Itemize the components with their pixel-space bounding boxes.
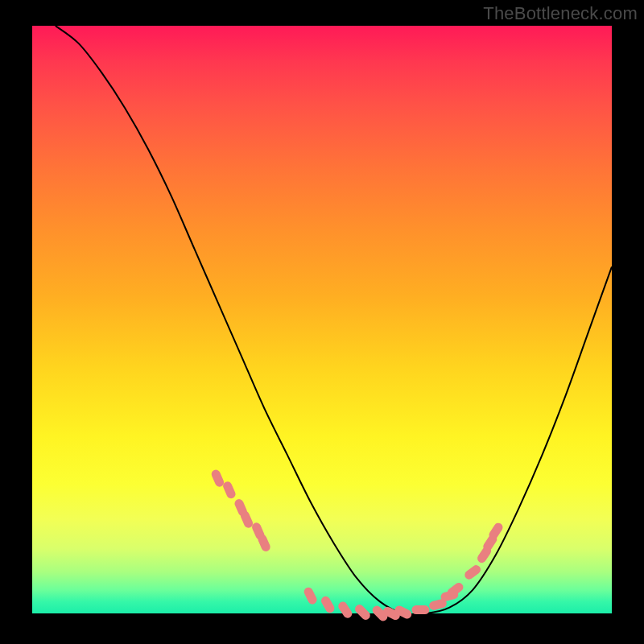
marker-pill [463,564,482,581]
marker-pill [411,605,429,614]
curve-layer [32,26,612,613]
marker-pill [353,603,372,621]
marker-pill [221,480,237,500]
marker-pill [303,586,319,606]
watermark-text: TheBottleneck.com [483,3,638,24]
marker-pill [336,600,353,619]
marker-pill [320,595,336,615]
marker-pill [210,469,225,489]
bottleneck-curve [56,26,612,614]
plot-area [32,26,612,613]
marker-group [210,469,505,623]
chart-frame: TheBottleneck.com [0,0,644,644]
